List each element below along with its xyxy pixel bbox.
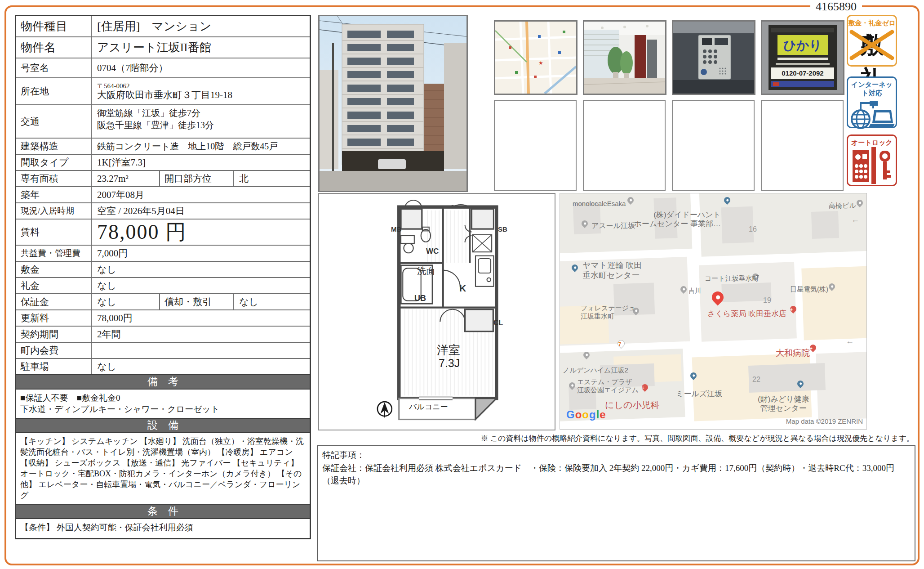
floorplan-label-room: 洋室	[437, 342, 460, 358]
table-row: 敷金なし	[16, 261, 310, 277]
field-value: [住居用] マンション	[92, 16, 310, 36]
field-value: 鉄筋コンクリート造 地上10階 総戸数45戸	[92, 139, 310, 154]
map-label: 22	[752, 375, 760, 384]
table-row: 更新料78,000円	[16, 309, 310, 326]
table-row: 共益費・管理費7,000円	[16, 245, 310, 261]
hospital-pin-icon	[808, 343, 817, 352]
field-value: なし	[92, 294, 159, 309]
svg-text:★: ★	[538, 60, 543, 66]
map-label: (財)みどり健康 管理センター	[758, 395, 809, 413]
floorplan-label-k: K	[459, 283, 466, 294]
entrance-hall-photo	[583, 20, 666, 95]
table-row: 町内会費	[16, 342, 310, 358]
area-map-photo: ★	[494, 20, 578, 95]
floorplan-label-sb: SB	[498, 225, 507, 233]
table-row: 間取タイプ1K[洋室7.3]	[16, 154, 310, 170]
access-line: 阪急千里線「豊津」徒歩13分	[97, 119, 214, 131]
field-value: 7,000円	[92, 246, 310, 261]
field-label: 共益費・管理費	[16, 246, 92, 261]
map-label: 大和病院	[776, 348, 810, 358]
map-label: フォレステージュ 江坂垂水町	[581, 304, 635, 320]
badge-internet: インターネット対応	[847, 76, 897, 128]
map-label: (株)ダイドーハント ホームセンター 事業部…	[631, 211, 721, 229]
field-label: 開口部方位	[159, 171, 234, 186]
one-way-arrow-icon: ←	[851, 215, 859, 225]
table-row: 築年2007年08月	[16, 186, 310, 202]
remarks-line: 下水道・ディンプルキー・シャワー・クローゼット	[20, 403, 306, 415]
field-value: 〒564-0062 大阪府吹田市垂水町３丁目19-18	[92, 78, 310, 104]
field-value: 2007年08月	[92, 187, 310, 202]
internet-sign-photo: ひかり 0120-07-2092	[761, 20, 844, 95]
remarks-header: 備 考	[16, 374, 310, 389]
address: 大阪府吹田市垂水町３丁目19-18	[97, 90, 232, 100]
floorplan-label-cl: CL	[493, 319, 503, 327]
field-label: 償却・敷引	[159, 294, 234, 309]
map-building	[811, 211, 839, 239]
field-value: なし	[92, 262, 310, 277]
map-label: にしの小児科	[605, 399, 659, 410]
field-label: 駐車場	[16, 359, 92, 374]
field-value: なし	[234, 294, 310, 309]
table-row: 現況/入居時期空室 / 2026年5月04日	[16, 202, 310, 219]
postal-code: 〒564-0062	[97, 82, 130, 90]
field-value: 1K[洋室7.3]	[92, 155, 310, 170]
photo-placeholder	[761, 100, 844, 191]
field-label: 賃料	[16, 220, 92, 245]
field-label: 保証金	[16, 294, 92, 309]
one-way-arrow-icon: ←	[846, 336, 854, 346]
remarks-content: ■保証人不要 ■敷金礼金0 下水道・ディンプルキー・シャワー・クローゼット	[16, 389, 310, 418]
equipment-content: 【キッチン】 システムキッチン 【水廻り】 洗面台（独立）・浴室乾燥機・洗髪洗面…	[16, 432, 310, 504]
table-row: 賃料78,000 円	[16, 219, 310, 245]
floorplan-label-washstand: 洗面	[417, 265, 435, 277]
map-label: アスール江坂	[591, 221, 635, 230]
field-label: 築年	[16, 187, 92, 202]
access-line: 御堂筋線「江坂」徒歩7分	[97, 107, 200, 119]
building-exterior-photo	[318, 15, 468, 192]
map-credit: Map data ©2019 ZENRIN	[786, 417, 863, 425]
field-value: なし	[92, 278, 310, 293]
building-exterior-illustration	[320, 16, 466, 191]
remarks-line: ■保証人不要 ■敷金礼金0	[20, 392, 306, 403]
field-label: 交通	[16, 105, 92, 138]
special-notes-body: 保証会社：保証会社利用必須 株式会社エポスカード ・保険：保険要加入 2年契約 …	[322, 462, 910, 488]
photo-placeholder	[672, 100, 755, 191]
floorplan-label-mb: MB	[391, 225, 401, 233]
table-row: 所在地 〒564-0062 大阪府吹田市垂水町３丁目19-18	[16, 77, 310, 104]
map-label: コート江坂垂水町	[705, 274, 759, 282]
location-map: monolocaleEsaka アスール江坂 (株)ダイドーハント ホームセンタ…	[560, 193, 867, 430]
field-label: 専有面積	[16, 171, 92, 186]
field-label: 間取タイプ	[16, 155, 92, 170]
floorplan-label-wc: WC	[426, 247, 439, 256]
map-label: ノルデンハイム江坂2	[563, 366, 628, 374]
field-value: 2年間	[92, 327, 310, 342]
field-label: 現況/入居時期	[16, 203, 92, 219]
badge-title: インターネット対応	[848, 81, 896, 98]
field-value	[92, 343, 310, 358]
field-value: 空室 / 2026年5月04日	[92, 203, 310, 219]
map-label: 16	[749, 225, 757, 233]
table-row: 号室名0704（7階部分）	[16, 58, 310, 77]
table-row: 専有面積 23.27m² 開口部方位 北	[16, 170, 310, 186]
map-label: 日星電気(株)	[790, 285, 828, 293]
special-notes-title: 特記事項：	[322, 449, 910, 462]
field-label: 更新料	[16, 310, 92, 326]
floorplan-label-room-size: 7.3J	[439, 357, 460, 370]
field-label: 物件種目	[16, 16, 92, 36]
deposit-crossed-icon: 敷 礼	[848, 27, 896, 62]
floorplan: MB WC 洗面 SB K UB CL 洋室 7.3J バルコニー	[318, 193, 555, 430]
table-row: 礼金なし	[16, 277, 310, 293]
field-value: アスリート江坂II番館	[92, 37, 310, 58]
field-label: 礼金	[16, 278, 92, 293]
badge-title: 敷金・礼金ゼロ	[848, 19, 896, 27]
table-row: 契約期間2年間	[16, 326, 310, 342]
badge-no-deposit: 敷金・礼金ゼロ 敷 礼	[847, 15, 897, 67]
table-row: 物件種目[住居用] マンション	[16, 16, 310, 36]
intercom-panel-photo	[672, 20, 755, 95]
table-row: 駐車場なし	[16, 358, 310, 374]
field-label: 建築構造	[16, 139, 92, 154]
field-value: 北	[234, 171, 310, 186]
map-label: エステム・プラザ 江坂公園エイジアム	[577, 378, 639, 394]
autolock-icon	[848, 147, 896, 184]
conditions-content: 【条件】 外国人契約可能・保証会社利用必須	[16, 518, 310, 538]
field-value: 23.27m²	[92, 171, 159, 186]
